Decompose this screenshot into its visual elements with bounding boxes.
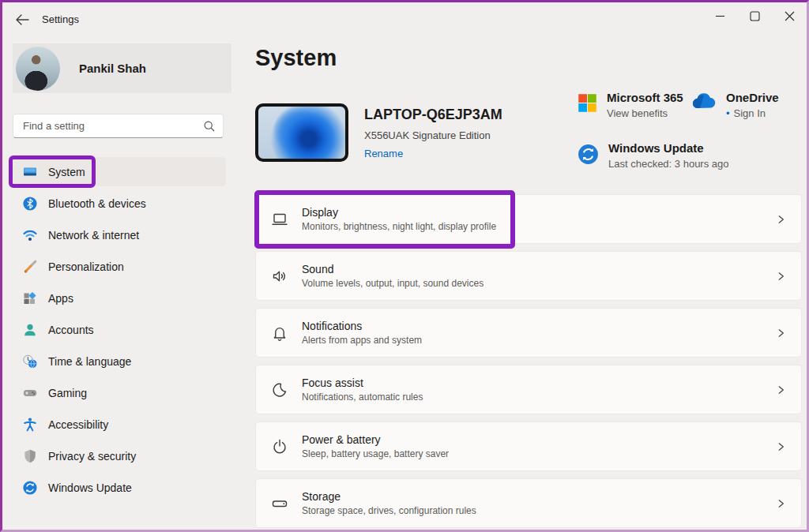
sidebar-item-label: System [48, 166, 85, 178]
user-profile[interactable]: Pankil Shah [13, 43, 231, 93]
row-subtitle: Storage space, drives, configuration rul… [302, 505, 476, 516]
bluetooth-icon [22, 196, 38, 212]
chevron-right-icon [775, 497, 787, 509]
view-benefits-link[interactable]: View benefits [607, 107, 668, 119]
sound-icon [270, 267, 289, 286]
status-title: Microsoft 365 [607, 91, 683, 104]
network-icon [22, 227, 38, 243]
maximize-icon [750, 11, 760, 21]
rename-link[interactable]: Rename [364, 148, 403, 159]
power-icon [270, 437, 289, 456]
row-title: Sound [302, 263, 484, 275]
windows-update-status-icon [578, 144, 599, 170]
accounts-icon [22, 322, 38, 338]
settings-list: Display Monitors, brightness, night ligh… [255, 194, 802, 532]
window-controls [702, 2, 807, 29]
status-card-microsoft-365: Microsoft 365 View benefits [578, 91, 683, 119]
chevron-right-icon [775, 327, 787, 339]
time-language-icon [22, 354, 38, 369]
chevron-right-icon [775, 440, 787, 452]
row-subtitle: Notifications, automatic rules [302, 392, 423, 403]
sidebar-item-label: Bluetooth & devices [48, 197, 146, 210]
chevron-right-icon [775, 213, 787, 225]
device-header: LAPTOP-Q6EJP3AM X556UAK Signature Editio… [255, 103, 502, 162]
device-wallpaper-image [255, 103, 348, 162]
row-title: Notifications [302, 320, 422, 332]
notifications-icon [270, 324, 289, 343]
titlebar: Settings [2, 2, 807, 36]
chevron-right-icon [775, 270, 787, 282]
status-card-onedrive: OneDrive •Sign In [691, 91, 779, 119]
row-subtitle: Volume levels, output, input, sound devi… [302, 278, 484, 289]
row-subtitle: Alerts from apps and system [302, 335, 422, 346]
sidebar-item-label: Accounts [48, 324, 94, 336]
sidebar-item-system[interactable]: System [13, 157, 226, 186]
user-name: Pankil Shah [79, 62, 146, 75]
sidebar-item-label: Privacy & security [48, 450, 136, 463]
status-title: OneDrive [726, 91, 779, 104]
minimize-icon [715, 11, 725, 21]
sidebar-item-label: Gaming [48, 387, 87, 399]
back-button[interactable] [10, 9, 34, 31]
sidebar-item-accessibility[interactable]: Accessibility [13, 410, 226, 439]
storage-icon [270, 494, 289, 513]
settings-row-power-battery[interactable]: Power & battery Sleep, battery usage, ba… [255, 421, 802, 471]
sign-in-link[interactable]: Sign In [734, 107, 766, 119]
maximize-button[interactable] [737, 2, 772, 29]
sidebar-item-accounts[interactable]: Accounts [13, 315, 226, 344]
apps-icon [22, 290, 38, 306]
sidebar-item-gaming[interactable]: Gaming [13, 378, 226, 407]
sidebar-item-label: Personalization [48, 260, 124, 273]
minimize-button[interactable] [702, 2, 737, 29]
sidebar-item-privacy-security[interactable]: Privacy & security [13, 441, 226, 470]
back-arrow-icon [15, 13, 29, 26]
avatar [16, 47, 60, 91]
row-title: Power & battery [302, 433, 449, 446]
settings-row-storage[interactable]: Storage Storage space, drives, configura… [255, 478, 802, 528]
focus-assist-icon [270, 380, 289, 399]
search-input[interactable] [13, 120, 203, 132]
sidebar-item-label: Network & internet [48, 229, 139, 242]
sidebar-item-network-internet[interactable]: Network & internet [13, 220, 226, 249]
settings-row-sound[interactable]: Sound Volume levels, output, input, soun… [255, 251, 802, 301]
microsoft-365-icon [578, 93, 597, 119]
windows-update-icon [22, 480, 38, 496]
row-title: Storage [302, 490, 476, 503]
gaming-icon [22, 385, 38, 401]
privacy-icon [22, 448, 38, 464]
settings-row-focus-assist[interactable]: Focus assist Notifications, automatic ru… [255, 365, 802, 414]
sidebar-nav: System Bluetooth & devices Network & int… [13, 157, 226, 504]
settings-row-notifications[interactable]: Notifications Alerts from apps and syste… [255, 308, 802, 358]
sidebar-item-windows-update[interactable]: Windows Update [13, 473, 226, 502]
sidebar-item-time-language[interactable]: Time & language [13, 347, 226, 376]
sidebar-item-apps[interactable]: Apps [13, 283, 226, 313]
sidebar-item-label: Windows Update [48, 481, 132, 494]
window-title: Settings [42, 13, 79, 25]
sidebar-item-label: Time & language [48, 355, 131, 368]
page-title: System [255, 45, 337, 71]
sidebar-item-label: Apps [48, 292, 73, 305]
chevron-right-icon [775, 384, 787, 395]
device-name: LAPTOP-Q6EJP3AM [364, 107, 502, 123]
search-icon [203, 120, 215, 132]
status-card-windows-update: Windows Update Last checked: 3 hours ago [578, 141, 729, 170]
device-edition: X556UAK Signature Edition [364, 129, 502, 141]
search-box [13, 114, 224, 138]
personalization-icon [22, 259, 38, 275]
display-icon [270, 210, 289, 229]
last-checked-text: Last checked: 3 hours ago [608, 158, 729, 170]
accessibility-icon [22, 417, 38, 433]
row-subtitle: Sleep, battery usage, battery saver [302, 448, 449, 459]
sign-in-bullet: • [726, 107, 730, 119]
sidebar-item-label: Accessibility [48, 418, 108, 431]
status-title: Windows Update [608, 141, 729, 155]
close-button[interactable] [772, 2, 807, 29]
close-icon [785, 11, 795, 21]
row-title: Display [302, 206, 496, 219]
system-icon [22, 164, 38, 180]
row-subtitle: Monitors, brightness, night light, displ… [302, 221, 496, 232]
settings-row-display[interactable]: Display Monitors, brightness, night ligh… [255, 194, 802, 244]
row-title: Focus assist [302, 377, 423, 389]
sidebar-item-bluetooth-devices[interactable]: Bluetooth & devices [13, 189, 226, 218]
sidebar-item-personalization[interactable]: Personalization [13, 252, 226, 281]
